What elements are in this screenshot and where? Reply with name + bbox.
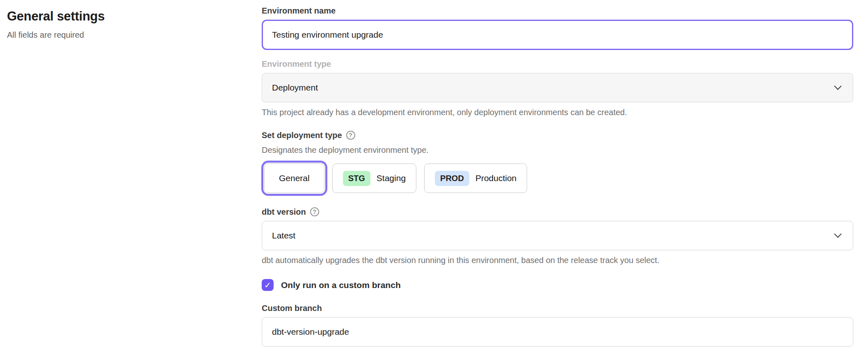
dbt-version-select[interactable]: Latest	[262, 221, 853, 250]
deployment-type-options: General STG Staging PROD Production	[262, 161, 853, 195]
general-settings-page: General settings All fields are required…	[0, 0, 868, 354]
deployment-type-label-text: Set deployment type	[262, 130, 342, 140]
deployment-type-option-general[interactable]: General	[264, 163, 324, 193]
custom-branch-input[interactable]	[262, 317, 853, 347]
deployment-type-label: Set deployment type ?	[262, 130, 853, 140]
option-staging-label: Staging	[377, 173, 406, 183]
dbt-version-helper: dbt automatically upgrades the dbt versi…	[262, 254, 853, 266]
chevron-down-icon	[834, 82, 841, 90]
page-title: General settings	[7, 9, 245, 24]
dbt-version-value: Latest	[272, 231, 295, 241]
chevron-down-icon	[834, 230, 841, 238]
help-icon[interactable]: ?	[310, 207, 319, 216]
page-subtitle: All fields are required	[7, 30, 245, 40]
environment-type-label: Environment type	[262, 59, 853, 69]
environment-name-label: Environment name	[262, 6, 853, 16]
environment-name-input[interactable]	[262, 20, 853, 50]
settings-intro: General settings All fields are required	[0, 0, 262, 40]
deployment-type-section: Set deployment type ? Designates the dep…	[262, 130, 853, 195]
staging-badge: STG	[343, 171, 370, 186]
custom-branch-checkbox[interactable]: ✓	[262, 279, 274, 291]
deployment-type-option-production[interactable]: PROD Production	[424, 163, 527, 193]
custom-branch-field: Custom branch	[262, 303, 853, 347]
dbt-version-label-text: dbt version	[262, 207, 306, 217]
deployment-type-description: Designates the deployment environment ty…	[262, 144, 853, 156]
dbt-version-field: dbt version ? Latest dbt automatically u…	[262, 207, 853, 266]
environment-type-helper: This project already has a development e…	[262, 107, 853, 118]
environment-type-value: Deployment	[272, 83, 318, 93]
environment-type-select[interactable]: Deployment	[262, 73, 853, 102]
environment-type-field: Environment type Deployment This project…	[262, 59, 853, 118]
custom-branch-label: Custom branch	[262, 303, 853, 313]
help-icon[interactable]: ?	[346, 131, 355, 140]
option-general-label: General	[279, 173, 310, 183]
check-icon: ✓	[264, 281, 271, 289]
environment-name-field: Environment name	[262, 6, 853, 50]
custom-branch-checkbox-label[interactable]: Only run on a custom branch	[281, 280, 401, 290]
dbt-version-label: dbt version ?	[262, 207, 853, 217]
deployment-type-option-staging[interactable]: STG Staging	[332, 163, 416, 193]
production-badge: PROD	[435, 171, 469, 186]
custom-branch-checkbox-row: ✓ Only run on a custom branch	[262, 279, 853, 291]
option-production-label: Production	[475, 173, 516, 183]
environment-settings-form: Environment name Environment type Deploy…	[262, 0, 853, 354]
